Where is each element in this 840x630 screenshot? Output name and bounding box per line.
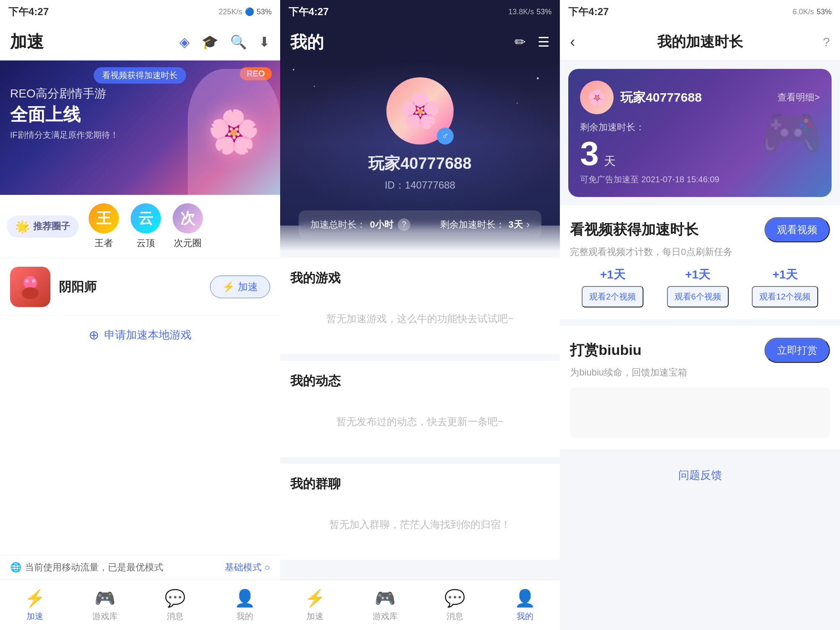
search-icon[interactable]: 🔍 xyxy=(230,34,247,50)
total-value: 0小时 xyxy=(370,218,394,231)
reward-plus-3: +1天 xyxy=(772,267,798,283)
profile-avatar: 🌸 ♂ xyxy=(386,77,454,144)
bluetooth-icon: 🔵 xyxy=(245,7,254,16)
menu-icon[interactable]: ☰ xyxy=(538,34,550,50)
messages-nav-label-2: 消息 xyxy=(446,611,463,622)
battery-icon-2: 53% xyxy=(536,8,551,16)
remaining-value: 3天 xyxy=(508,218,522,231)
status-icons-3: 6.0K/s 53% xyxy=(793,8,832,16)
nav-profile-2[interactable]: 👤 我的 xyxy=(490,588,560,622)
speed-indicator-3: 6.0K/s xyxy=(793,8,814,16)
speed-indicator-2: 13.8K/s xyxy=(508,8,534,16)
nav-games-2[interactable]: 🎮 游戏库 xyxy=(350,588,420,622)
reward-6-videos: +1天 观看6个视频 xyxy=(667,267,729,307)
messages-nav-label: 消息 xyxy=(167,611,184,622)
watch-video-section: 看视频获得加速时长 观看视频 完整观看视频才计数，每日0点刷新任务 +1天 观看… xyxy=(560,205,840,319)
card-avatar: 🌸 xyxy=(580,81,614,114)
header-2: 我的 ✏ ☰ xyxy=(280,24,560,60)
banner-video-btn[interactable]: 看视频获得加速时长 xyxy=(94,67,186,84)
header-icons-2: ✏ ☰ xyxy=(514,34,550,50)
messages-nav-icon: 💬 xyxy=(165,588,186,608)
nav-messages[interactable]: 💬 消息 xyxy=(140,588,210,622)
gift-icon[interactable]: 🎓 xyxy=(202,34,218,50)
status-bar-1: 下午4:27 225K/s 🔵 53% xyxy=(0,0,280,24)
status-time-3: 下午4:27 xyxy=(568,5,609,18)
wangzhe-label: 王者 xyxy=(94,237,113,249)
profile-nav-label-2: 我的 xyxy=(517,611,533,622)
free-ad-label: 可免广告加速至 2021-07-18 15:46:09 xyxy=(580,174,820,185)
nav-speed-2[interactable]: ⚡ 加速 xyxy=(280,588,350,622)
category-wangzhe[interactable]: 王 王者 xyxy=(87,203,121,249)
game-icon xyxy=(10,267,50,307)
help-icon[interactable]: ? xyxy=(398,218,410,231)
recommend-icon: 🌟 xyxy=(15,220,30,234)
diamond-icon[interactable]: ◈ xyxy=(179,34,190,50)
speed-nav-icon: ⚡ xyxy=(24,588,45,608)
nav-speed[interactable]: ⚡ 加速 xyxy=(0,588,70,622)
star-1 xyxy=(293,69,294,71)
nav-profile[interactable]: 👤 我的 xyxy=(210,588,280,622)
banner-text-top: REO高分剧情手游 xyxy=(10,86,118,102)
reward-12-videos: +1天 观看12个视频 xyxy=(752,267,818,307)
category-ciyuan[interactable]: 次 次元圈 xyxy=(171,203,205,249)
remaining-days: 3 xyxy=(580,137,599,171)
my-feed-title: 我的动态 xyxy=(290,373,550,390)
tip-text: 当前使用移动流量，已是最优模式 xyxy=(25,561,163,574)
download-icon[interactable]: ⬇ xyxy=(259,34,270,50)
speed-bar-wrapper: 加速总时长： 0小时 ? 剩余加速时长： 3天 › xyxy=(280,210,560,251)
reward-2-videos: +1天 观看2个视频 xyxy=(582,267,643,307)
help-button[interactable]: ? xyxy=(823,35,830,49)
battery-icon-1: 53% xyxy=(257,8,272,16)
avatar-emoji: 🌸 xyxy=(399,91,441,131)
category-recommend[interactable]: 🌟 推荐圈子 xyxy=(7,215,79,238)
reward-btn[interactable]: 立即打赏 xyxy=(764,338,830,363)
my-group-title: 我的群聊 xyxy=(290,475,550,493)
bottom-nav-2: ⚡ 加速 🎮 游戏库 💬 消息 👤 我的 xyxy=(280,580,560,630)
reward-btn-2[interactable]: 观看6个视频 xyxy=(667,286,729,307)
reward-btn-1[interactable]: 观看2个视频 xyxy=(582,286,643,307)
content-scroll-2: 🌸 ♂ 玩家40777688 ID：140777688 加速总时长： 0小时 ?… xyxy=(280,60,560,580)
tip-content: 🌐 当前使用移动流量，已是最优模式 xyxy=(10,561,163,574)
svg-point-1 xyxy=(22,287,39,299)
tip-link[interactable]: 基础模式 ○ xyxy=(225,561,270,574)
nav-games[interactable]: 🎮 游戏库 xyxy=(70,588,140,622)
category-yunding[interactable]: 云 云顶 xyxy=(129,203,163,249)
speed-nav-label: 加速 xyxy=(26,611,43,622)
my-group-empty: 暂无加入群聊，茫茫人海找到你的归宿！ xyxy=(290,501,550,548)
banner-character: 🌸 xyxy=(188,69,280,195)
speed-bar-right[interactable]: 剩余加速时长： 3天 › xyxy=(440,218,530,231)
apply-label: 申请加速本地游戏 xyxy=(104,328,192,342)
banner[interactable]: 看视频获得加速时长 REO REO高分剧情手游 全面上线 IF剧情分支满足原作党… xyxy=(0,60,280,195)
panel-speed: 下午4:27 225K/s 🔵 53% 加速 ◈ 🎓 🔍 ⬇ 看视频获得加速时长… xyxy=(0,0,280,630)
card-user-info: 玩家40777688 xyxy=(620,89,771,106)
status-time-2: 下午4:27 xyxy=(289,5,329,18)
user-card: 🎮 🌸 玩家40777688 查看明细> 剩余加速时长： 3 天 可免广告加速至… xyxy=(568,69,832,197)
games-nav-icon-2: 🎮 xyxy=(375,588,396,608)
feedback-link[interactable]: 问题反馈 xyxy=(560,456,840,494)
nav-messages-2[interactable]: 💬 消息 xyxy=(420,588,490,622)
view-detail-link[interactable]: 查看明细> xyxy=(777,91,820,104)
panel-profile: 下午4:27 13.8K/s 53% 我的 ✏ ☰ 🌸 ♂ 玩家40777688 xyxy=(280,0,560,630)
status-icons-1: 225K/s 🔵 53% xyxy=(219,7,272,16)
reward-sub: 为biubiu续命，回馈加速宝箱 xyxy=(570,366,830,379)
wangzhe-icon: 王 xyxy=(89,203,119,234)
header-3: ‹ 我的加速时长 ? xyxy=(560,24,840,60)
speed-bar[interactable]: 加速总时长： 0小时 ? 剩余加速时长： 3天 › xyxy=(299,210,542,239)
edit-icon[interactable]: ✏ xyxy=(514,34,526,50)
speed-button[interactable]: ⚡ 加速 xyxy=(210,276,270,298)
banner-text-sub: IF剧情分支满足原作党期待！ xyxy=(10,129,118,141)
panel-speed-duration: 下午4:27 6.0K/s 53% ‹ 我的加速时长 ? 🎮 🌸 玩家40777… xyxy=(560,0,840,630)
banner-text: REO高分剧情手游 全面上线 IF剧情分支满足原作党期待！ xyxy=(10,86,118,141)
gender-badge: ♂ xyxy=(437,128,454,144)
categories: 🌟 推荐圈子 王 王者 云 云顶 次 次元圈 xyxy=(0,195,280,258)
plus-circle-icon: ⊕ xyxy=(89,328,99,342)
page-title-3: 我的加速时长 xyxy=(657,32,743,52)
remaining-label: 剩余加速时长： xyxy=(440,218,505,231)
card-username: 玩家40777688 xyxy=(620,89,771,106)
back-button[interactable]: ‹ xyxy=(570,33,575,51)
reward-plus-2: +1天 xyxy=(685,267,710,283)
reward-btn-3[interactable]: 观看12个视频 xyxy=(752,286,818,307)
reward-header: 打赏biubiu 立即打赏 xyxy=(570,338,830,363)
apply-local-game[interactable]: ⊕ 申请加速本地游戏 xyxy=(0,316,280,354)
watch-video-btn[interactable]: 观看视频 xyxy=(764,217,830,242)
